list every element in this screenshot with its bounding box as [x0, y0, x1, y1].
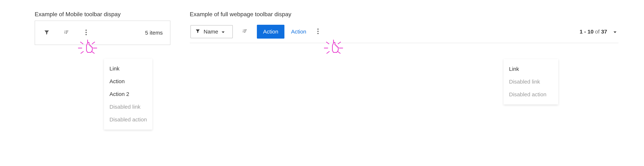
dropdown-item-action-2[interactable]: Action 2 — [104, 88, 152, 100]
dropdown-item-link[interactable]: Link — [504, 63, 558, 75]
mobile-item-count: 5 items — [145, 30, 163, 36]
filter-icon — [44, 29, 50, 36]
mobile-example-title: Example of Mobile toolbar dispay — [35, 11, 170, 21]
filter-dropdown-button[interactable]: Name — [190, 25, 233, 38]
svg-line-8 — [81, 51, 84, 54]
full-example: Example of full webpage toolbar dispay N… — [190, 11, 618, 43]
pagination-total: 37 — [601, 29, 607, 35]
svg-point-11 — [318, 31, 318, 32]
svg-point-10 — [318, 29, 318, 30]
mobile-example: Example of Mobile toolbar dispay 5 items… — [35, 11, 170, 45]
full-toolbar: Name Action Action 1 - 10 of 37 — [190, 21, 618, 43]
filter-icon — [195, 29, 204, 35]
svg-point-2 — [86, 34, 87, 35]
full-example-title: Example of full webpage toolbar dispay — [190, 11, 618, 21]
chevron-down-icon — [613, 29, 617, 35]
sort-button[interactable] — [240, 27, 249, 36]
mobile-toolbar: 5 items — [35, 21, 170, 45]
sort-button[interactable] — [62, 28, 71, 37]
dropdown-item-disabled-link: Disabled link — [104, 100, 152, 113]
sort-icon — [64, 29, 69, 36]
pagination: 1 - 10 of 37 — [580, 29, 618, 35]
svg-line-9 — [92, 51, 94, 54]
primary-action-button[interactable]: Action — [257, 25, 284, 39]
dropdown-item-action[interactable]: Action — [104, 75, 152, 88]
kebab-icon — [317, 28, 319, 35]
pagination-range: 1 - 10 — [580, 29, 594, 35]
dropdown-item-disabled-action: Disabled action — [104, 113, 152, 126]
secondary-action-link[interactable]: Action — [291, 29, 306, 35]
kebab-button[interactable] — [82, 28, 90, 37]
kebab-icon — [85, 29, 87, 36]
filter-button[interactable] — [42, 28, 51, 37]
pagination-menu-button[interactable] — [612, 29, 618, 35]
mobile-kebab-dropdown: Link Action Action 2 Disabled link Disab… — [104, 59, 152, 130]
chevron-down-icon — [222, 29, 228, 35]
sort-icon — [242, 28, 248, 35]
dropdown-item-disabled-link: Disabled link — [504, 75, 558, 88]
dropdown-item-disabled-action: Disabled action — [504, 88, 558, 101]
dropdown-item-link[interactable]: Link — [104, 62, 152, 75]
svg-point-12 — [318, 33, 318, 34]
kebab-button[interactable] — [314, 27, 322, 36]
svg-line-18 — [326, 51, 330, 54]
svg-point-1 — [86, 32, 87, 33]
svg-point-0 — [86, 30, 87, 31]
pagination-of-word: of — [595, 29, 600, 35]
filter-label: Name — [204, 29, 218, 35]
full-kebab-dropdown: Link Disabled link Disabled action — [504, 59, 558, 104]
svg-line-19 — [338, 51, 340, 54]
